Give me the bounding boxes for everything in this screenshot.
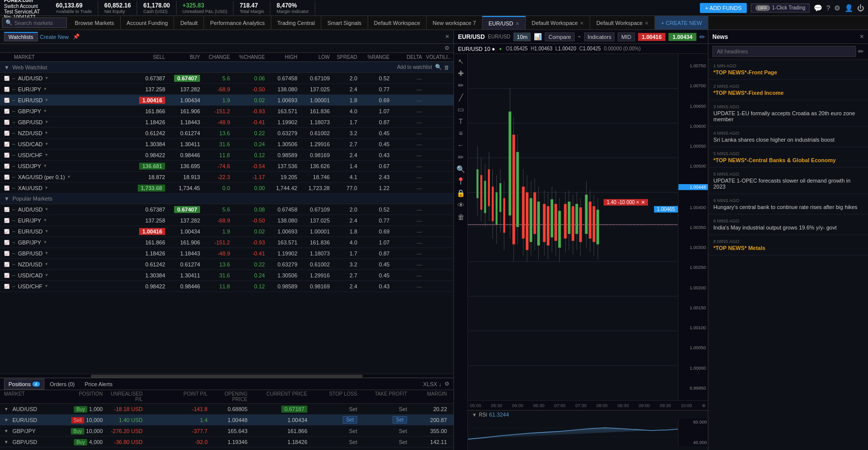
buy-cell[interactable]: 1.18443 bbox=[167, 250, 202, 256]
list-item[interactable]: 3 MINS AGO UPDATE 1-EU formally accepts … bbox=[708, 100, 868, 127]
table-row[interactable]: 📈 ↔ AUD/USD ▼ 0.67387 0.67407 5.6 0.08 0… bbox=[0, 204, 453, 215]
watchlist-settings-icon[interactable]: ⚙ bbox=[444, 45, 449, 51]
sell-cell[interactable]: 1.18426 bbox=[132, 250, 167, 256]
table-row[interactable]: 📈 ↔ GBP/JPY ▼ 161.866 161.906 -151.2 -0.… bbox=[0, 237, 453, 248]
search-watchlist-icon-0[interactable]: 🔍 bbox=[435, 64, 442, 70]
click-trading-toggle[interactable]: OFF 1-Click Trading bbox=[751, 3, 810, 12]
tool-pin[interactable]: 📍 bbox=[455, 176, 466, 187]
tab-default-workspace2[interactable]: Default Workspace✕ bbox=[526, 16, 591, 30]
tab-trading-central[interactable]: Trading Central bbox=[271, 16, 321, 30]
news-search-input[interactable] bbox=[712, 46, 856, 57]
buy-cell[interactable]: 0.67407 bbox=[167, 75, 202, 81]
section-header-1[interactable]: ▼Popular Markets bbox=[0, 194, 453, 204]
table-row[interactable]: ▼ AUD/USD Buy 1,000 -18.18 USD -141.8 0.… bbox=[0, 404, 453, 415]
pos-takeprofit-cell[interactable]: Set bbox=[359, 406, 409, 412]
sell-cell[interactable]: 1.30384 bbox=[132, 141, 167, 147]
tool-pen[interactable]: ✏ bbox=[455, 80, 466, 91]
table-row[interactable]: 📈 ↔ USD/JPY ▼ 136.681 136.695 -74.6 -0.5… bbox=[0, 161, 453, 172]
table-row[interactable]: 📈 ↔ NZD/USD ▼ 0.61242 0.61274 13.6 0.22 … bbox=[0, 128, 453, 139]
compare-button[interactable]: Compare bbox=[545, 32, 574, 41]
sell-cell[interactable]: 137.258 bbox=[132, 218, 167, 224]
buy-cell[interactable]: 0.67407 bbox=[167, 207, 202, 213]
watchlist-close-icon[interactable]: ✕ bbox=[445, 33, 449, 40]
chart-sell-button[interactable]: 1.00416 bbox=[638, 33, 666, 41]
add-to-watchlist-0[interactable]: Add to watchlist bbox=[397, 64, 432, 70]
sell-button[interactable]: 1.00416 bbox=[139, 228, 165, 235]
list-item[interactable]: 8 MINS AGO *TOP NEWS* Metals bbox=[708, 235, 868, 255]
chart-edit-icon[interactable]: ✏ bbox=[699, 33, 705, 41]
section-header-0[interactable]: ▼Web WatchlistAdd to watchlist 🔍 🗑 bbox=[0, 62, 453, 73]
table-row[interactable]: ▼ GBP/JPY Buy 10,000 -276.20 USD -377.7 … bbox=[0, 426, 453, 437]
buy-cell[interactable]: 1.30411 bbox=[167, 272, 202, 278]
news-close-button[interactable]: ✕ bbox=[860, 33, 864, 40]
settings-icon[interactable]: ⚙ bbox=[834, 4, 841, 12]
pos-stoploss-cell[interactable]: Set bbox=[309, 439, 359, 445]
tab-smart-signals[interactable]: Smart Signals bbox=[321, 16, 368, 30]
chart-canvas[interactable]: 1.40 -10 000 × ✕ 1.00465 bbox=[468, 54, 678, 400]
tab-default[interactable]: Default bbox=[174, 16, 204, 30]
buy-cell[interactable]: 0.98446 bbox=[167, 152, 202, 158]
close-icon[interactable]: ✕ bbox=[580, 20, 584, 26]
tool-text[interactable]: T bbox=[455, 116, 466, 127]
tool-edit2[interactable]: ✏ bbox=[455, 152, 466, 163]
sell-cell[interactable]: 0.67387 bbox=[132, 207, 167, 213]
pos-takeprofit-cell[interactable]: Set bbox=[359, 439, 409, 445]
table-row[interactable]: ▼ GBP/USD Buy 4,000 -36.80 USD -92.0 1.1… bbox=[0, 437, 453, 448]
tool-cursor[interactable]: ↖ bbox=[455, 56, 466, 67]
buy-cell[interactable]: 137.282 bbox=[167, 86, 202, 92]
buy-button[interactable]: 0.67407 bbox=[174, 206, 200, 213]
sell-button[interactable]: 136.681 bbox=[139, 163, 165, 170]
table-row[interactable]: 📈 ↔ USD/CHF ▼ 0.98422 0.98446 11.8 0.12 … bbox=[0, 150, 453, 161]
buy-cell[interactable]: 1,734.45 bbox=[167, 185, 202, 191]
tab-performance[interactable]: Performance Analytics bbox=[204, 16, 271, 30]
sell-cell[interactable]: 0.67387 bbox=[132, 75, 167, 81]
buy-cell[interactable]: 161.906 bbox=[167, 108, 202, 114]
buy-cell[interactable]: 18.913 bbox=[167, 174, 202, 180]
table-row[interactable]: 📈 ↔ USD/CHF ▼ 0.98422 0.98446 11.8 0.12 … bbox=[0, 281, 453, 292]
sell-button[interactable]: 1,733.68 bbox=[138, 185, 165, 192]
watchlist-h-scrollbar[interactable] bbox=[0, 374, 453, 378]
buy-cell[interactable]: 161.906 bbox=[167, 239, 202, 245]
tab-eurusd-close[interactable]: ✕ bbox=[515, 21, 519, 26]
tab-create-new[interactable]: + CREATE NEW bbox=[655, 16, 708, 30]
list-item[interactable]: 6 MINS AGO Hungary's central bank to con… bbox=[708, 194, 868, 215]
watchlist-pin-icon[interactable]: 📌 bbox=[73, 33, 80, 40]
take-profit-set-button[interactable]: Set bbox=[393, 416, 407, 424]
sell-cell[interactable]: 1.00416 bbox=[132, 228, 167, 234]
table-row[interactable]: ▼ EUR/USD Sell 10,000 1.40 USD 1.4 1.004… bbox=[0, 415, 453, 426]
add-funds-button[interactable]: + ADD FUNDS bbox=[700, 3, 746, 13]
table-row[interactable]: 📈 ↔ EUR/USD ▼ 1.00416 1.00434 1.9 0.02 1… bbox=[0, 95, 453, 106]
table-row[interactable]: 📈 ↔ USD/CAD ▼ 1.30384 1.30411 31.6 0.24 … bbox=[0, 139, 453, 150]
table-row[interactable]: 📈 ↔ NZD/USD ▼ 0.61242 0.61274 13.6 0.22 … bbox=[0, 259, 453, 270]
tool-shape[interactable]: ▭ bbox=[455, 104, 466, 115]
create-new-watchlist[interactable]: Create New bbox=[40, 34, 69, 40]
sell-cell[interactable]: 18.872 bbox=[132, 174, 167, 180]
tool-trash[interactable]: 🗑 bbox=[455, 212, 466, 223]
list-item[interactable]: 5 MINS AGO *TOP NEWS*-Central Banks & Gl… bbox=[708, 147, 868, 168]
list-item[interactable]: 5 MINS AGO UPDATE 1-OPEC forecasts slowe… bbox=[708, 168, 868, 194]
buy-cell[interactable]: 137.282 bbox=[167, 218, 202, 224]
buy-cell[interactable]: 1.30411 bbox=[167, 141, 202, 147]
table-row[interactable]: 📈 ↔ EUR/USD ▼ 1.00416 1.00434 1.9 0.02 1… bbox=[0, 226, 453, 237]
table-row[interactable]: 📈 ↔ EUR/JPY ▼ 137.258 137.282 -68.9 -0.5… bbox=[0, 84, 453, 95]
tab-orders[interactable]: Orders (0) bbox=[45, 379, 79, 390]
sell-cell[interactable]: 1.18426 bbox=[132, 119, 167, 125]
tool-zoom[interactable]: 🔍 bbox=[455, 164, 466, 175]
close-icon2[interactable]: ✕ bbox=[645, 20, 649, 26]
tab-price-alerts[interactable]: Price Alerts bbox=[80, 379, 117, 390]
table-row[interactable]: 📈 ↔ XAU/USD ▼ 1,733.68 1,734.45 0.0 0.00… bbox=[0, 183, 453, 194]
buy-cell[interactable]: 1.18443 bbox=[167, 119, 202, 125]
watchlists-tab[interactable]: Watchlists bbox=[4, 32, 38, 41]
sell-cell[interactable]: 1.30384 bbox=[132, 272, 167, 278]
sell-cell[interactable]: 0.61242 bbox=[132, 130, 167, 136]
tab-new-workspace7[interactable]: New workspace 7 bbox=[427, 16, 482, 30]
xlsx-export-button[interactable]: XLSX ↓ bbox=[423, 381, 441, 387]
list-item[interactable]: 6 MINS AGO India's May industrial output… bbox=[708, 215, 868, 235]
tool-lock[interactable]: 🔒 bbox=[455, 188, 466, 199]
pos-takeprofit-cell[interactable]: Set bbox=[359, 416, 409, 424]
pos-takeprofit-cell[interactable]: Set bbox=[359, 428, 409, 434]
positions-settings-icon[interactable]: ⚙ bbox=[444, 381, 449, 387]
sell-cell[interactable]: 0.98422 bbox=[132, 283, 167, 289]
sell-cell[interactable]: 161.866 bbox=[132, 108, 167, 114]
x-label-icon[interactable]: ⊕ bbox=[702, 403, 706, 408]
